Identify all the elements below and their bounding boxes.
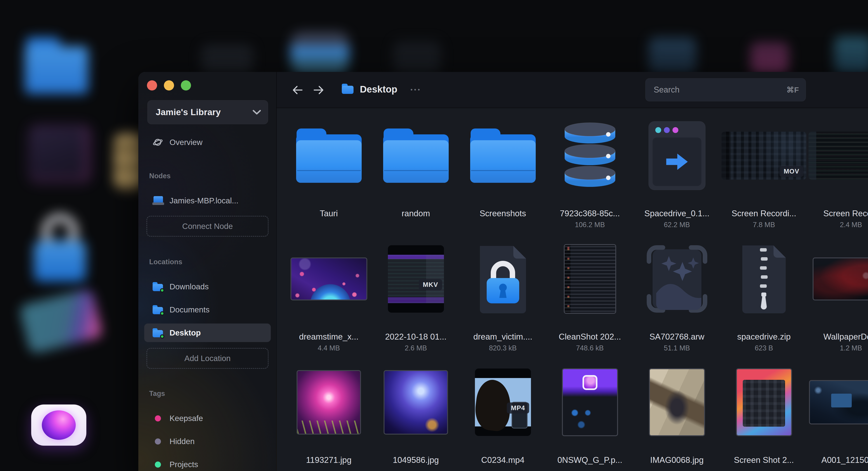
folder-icon	[152, 282, 163, 291]
file-card[interactable]: random	[372, 108, 459, 231]
file-card[interactable]: Screen Reco... 2.4 MB	[807, 108, 868, 231]
sidebar-item-label: Desktop	[169, 328, 201, 337]
file-size: 820.3 kB	[489, 344, 517, 352]
file-card[interactable]: Screenshots	[459, 108, 546, 231]
sidebar-item-jamies-mbp-local[interactable]: Jamies-MBP.local...	[144, 192, 271, 210]
arrow-right-icon	[313, 85, 324, 95]
file-name: C0234.mp4	[481, 455, 524, 465]
sidebar-item-downloads[interactable]: Downloads	[144, 277, 271, 296]
file-size: 623 B	[755, 344, 773, 352]
file-size: 748.6 kB	[576, 344, 603, 352]
file-name: 2022-10-18 01...	[385, 332, 447, 342]
file-card[interactable]: IMAG0068.jpg	[633, 355, 720, 471]
sidebar-section: Nodes Jamies-MBP.local... Connect Node	[144, 172, 271, 237]
file-card[interactable]: CleanShot 202... 748.6 kB	[546, 231, 633, 355]
file-name: dream_victim....	[473, 332, 532, 342]
sidebar-item-label: Jamies-MBP.local...	[169, 196, 239, 205]
grid-row: 1193271.jpg 1049586.jpg MP4 C0234.mp4 0N…	[285, 355, 868, 471]
file-name: 7923c368-85c...	[560, 209, 620, 218]
close-button[interactable]	[147, 80, 157, 90]
file-card[interactable]: spacedrive.zip 623 B	[720, 231, 807, 355]
database-icon	[559, 120, 620, 191]
image-thumbnail	[564, 244, 616, 314]
file-size: 1.2 MB	[840, 344, 862, 352]
zoom-button[interactable]	[181, 80, 191, 90]
folder-icon	[152, 305, 163, 314]
video-thumbnail	[809, 132, 868, 180]
file-card[interactable]: Spacedrive_0.1... 62.2 MB	[633, 108, 720, 231]
blurred-tag-icon	[19, 288, 103, 354]
chevron-down-icon	[252, 110, 261, 115]
image-thumbnail	[649, 368, 705, 436]
file-card[interactable]: WallpaperDo... 1.2 MB	[807, 231, 868, 355]
file-card[interactable]: Tauri	[285, 108, 372, 231]
file-card[interactable]: 0NSWQ_G_P.p...	[546, 355, 633, 471]
file-card[interactable]: Screen Shot 2...	[720, 355, 807, 471]
more-options-icon[interactable]: •••	[410, 85, 421, 94]
file-card[interactable]: SA702768.arw 51.1 MB	[633, 231, 720, 355]
blurred-desktop-item	[393, 41, 441, 73]
add-location-button[interactable]: Add Location	[147, 348, 269, 369]
file-name: A001_121507...	[822, 455, 868, 465]
tag-dot-icon	[155, 438, 161, 444]
blurred-screenshot-icon	[31, 127, 89, 181]
blurred-database-icon	[290, 32, 349, 73]
grid-row: Tauri random Screenshots 792	[285, 108, 868, 231]
topbar: Desktop ••• ⌘F	[277, 72, 868, 108]
sidebar-item-desktop[interactable]: Desktop	[144, 324, 271, 342]
tag-dot-icon	[155, 415, 161, 421]
image-thumbnail	[562, 368, 618, 436]
spacedrive-app-icon[interactable]	[31, 405, 86, 446]
folder-icon	[152, 328, 163, 337]
forward-button[interactable]	[312, 84, 325, 96]
file-card[interactable]: 1049586.jpg	[372, 355, 459, 471]
file-card[interactable]: 7923c368-85c... 106.2 MB	[546, 108, 633, 231]
file-name: 1049586.jpg	[393, 455, 439, 465]
dot-icon	[664, 127, 670, 133]
folder-icon	[470, 128, 536, 183]
back-button[interactable]	[291, 84, 304, 96]
file-card[interactable]: MOV Screen Recordi... 7.8 MB	[720, 108, 807, 231]
sidebar-item-label: Projects	[169, 460, 198, 469]
search-input[interactable]	[654, 85, 786, 94]
connect-node-button[interactable]: Connect Node	[147, 216, 269, 237]
file-name: Screen Reco...	[823, 209, 868, 218]
folder-icon	[383, 128, 449, 183]
blurred-lock-icon	[34, 214, 86, 284]
sidebar-item-hidden[interactable]: Hidden	[144, 432, 271, 451]
file-name: CleanShot 202...	[559, 332, 621, 342]
file-size: 51.1 MB	[664, 344, 690, 352]
file-card[interactable]: MKV 2022-10-18 01... 2.6 MB	[372, 231, 459, 355]
file-card[interactable]: A001_121507...	[807, 355, 868, 471]
arrow-left-icon	[291, 85, 303, 95]
sidebar-item-overview[interactable]: Overview	[144, 133, 271, 152]
file-card[interactable]: MP4 C0234.mp4	[459, 355, 546, 471]
file-card[interactable]: dream_victim.... 820.3 kB	[459, 231, 546, 355]
sidebar-section: Tags Keepsafe Hidden Projects	[144, 389, 271, 471]
minimize-button[interactable]	[164, 80, 174, 90]
sidebar-item-documents[interactable]: Documents	[144, 300, 271, 319]
file-card[interactable]: 1193271.jpg	[285, 355, 372, 471]
sidebar-item-label: Hidden	[169, 437, 195, 446]
sidebar-item-label: Keepsafe	[169, 414, 203, 423]
image-thumbnail	[813, 258, 868, 300]
blurred-desktop-item	[649, 37, 696, 73]
image-thumbnail	[809, 380, 868, 424]
blurred-folder-icon	[25, 37, 88, 94]
image-thumbnail	[297, 370, 361, 435]
sidebar-item-keepsafe[interactable]: Keepsafe	[144, 409, 271, 428]
library-selector[interactable]: Jamie's Library	[147, 100, 268, 124]
spacedrive-orb-icon	[42, 410, 76, 440]
desktop: Jamie's Library Overview Nodes Jamies-MB…	[0, 0, 868, 471]
format-badge: MOV	[780, 166, 803, 177]
file-name: Spacedrive_0.1...	[645, 209, 710, 218]
installer-icon	[649, 121, 706, 190]
laptop-icon	[152, 196, 163, 205]
sidebar-section-title: Locations	[149, 258, 271, 266]
library-name: Jamie's Library	[156, 107, 252, 117]
dot-icon	[655, 127, 661, 133]
file-card[interactable]: dreamstime_x... 4.4 MB	[285, 231, 372, 355]
blurred-desktop-item	[750, 42, 789, 73]
file-name: IMAG0068.jpg	[650, 455, 704, 465]
sidebar-item-projects[interactable]: Projects	[144, 455, 271, 471]
